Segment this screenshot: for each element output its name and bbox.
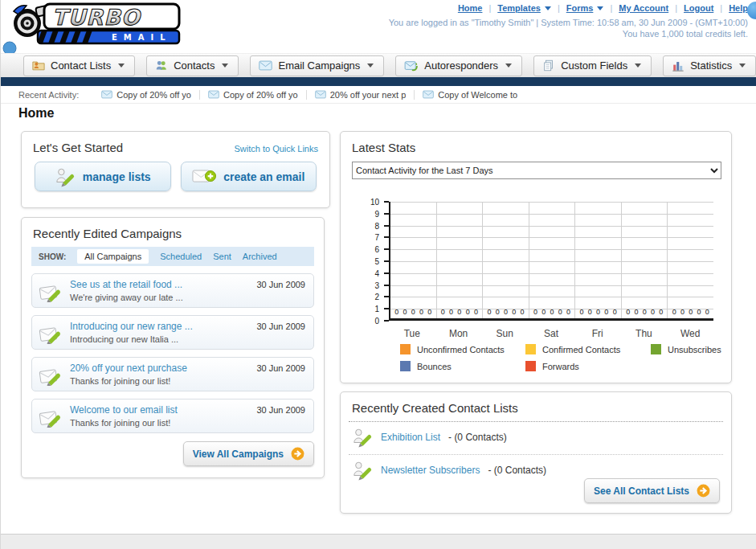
y-tick-label: 4 xyxy=(374,268,379,277)
nav-link-help[interactable]: Help xyxy=(729,3,748,13)
recent-activity-label: Recent Activity: xyxy=(18,90,79,100)
chevron-down-icon xyxy=(545,6,551,10)
activity-text: Copy of 20% off yo xyxy=(223,90,298,100)
x-tick-label: Wed xyxy=(667,328,713,339)
get-started-title: Let's Get Started xyxy=(33,141,123,154)
recent-activity-item[interactable]: 20% off your next p xyxy=(307,90,415,100)
switch-quick-links[interactable]: Switch to Quick Links xyxy=(234,144,318,154)
tab-label: Statistics xyxy=(690,59,732,72)
y-tick-label: 0 xyxy=(374,317,379,326)
gridline xyxy=(390,226,713,227)
view-all-campaigns-button[interactable]: View All Campaigns xyxy=(183,441,314,466)
stats-title: Latest Stats xyxy=(341,132,731,159)
nav-link-logout[interactable]: Logout xyxy=(684,3,713,13)
tab-label: Email Campaigns xyxy=(278,59,360,72)
tab-autoresponders[interactable]: Autoresponders xyxy=(395,55,522,76)
folder-contacts-icon xyxy=(32,59,45,72)
campaign-date: 30 Jun 2009 xyxy=(256,363,305,373)
tab-label: Custom Fields xyxy=(561,59,627,72)
contact-list-count: - (0 Contacts) xyxy=(488,465,546,476)
filter-scheduled[interactable]: Scheduled xyxy=(160,252,202,261)
see-all-contact-lists-button[interactable]: See All Contact Lists xyxy=(584,478,720,503)
campaign-subtitle: We're giving away our late ... xyxy=(70,293,183,302)
manage-lists-label: manage lists xyxy=(83,170,151,183)
recently-created-contact-lists-panel: Recently Created Contact Lists Exhibitio… xyxy=(340,391,732,514)
campaign-title-link[interactable]: Welcome to our email list xyxy=(70,404,178,416)
filter-all-campaigns[interactable]: All Campaigns xyxy=(77,249,149,264)
contact-list-link[interactable]: Newsletter Subscribers xyxy=(381,465,480,476)
legend-swatch xyxy=(651,344,661,354)
nav-link-my-account[interactable]: My Account xyxy=(619,3,668,13)
chart-y-axis: 109876543210 xyxy=(363,202,386,321)
campaign-date: 30 Jun 2009 xyxy=(256,405,305,415)
campaign-title-link[interactable]: Introducing our new range ... xyxy=(70,321,193,332)
envelope-add-icon xyxy=(192,167,216,186)
manage-lists-button[interactable]: manage lists xyxy=(35,162,171,191)
y-tick-mark xyxy=(384,296,389,297)
campaign-row[interactable]: See us at the retail food ... We're givi… xyxy=(31,273,314,308)
recent-activity-item[interactable]: Copy of Welcome to xyxy=(415,90,525,100)
tab-contact-lists[interactable]: Contact Lists xyxy=(23,55,135,76)
turbo-email-logo[interactable]: TURBO EMAIL xyxy=(6,2,184,47)
chart-group: 00000 xyxy=(529,202,576,318)
legend-item: Bounces xyxy=(400,361,525,371)
help-bubble-icon[interactable] xyxy=(747,2,756,19)
filter-sent[interactable]: Sent xyxy=(213,252,231,261)
contact-activity-chart: 109876543210 000000000000000000000000000… xyxy=(352,190,721,342)
users-icon xyxy=(155,59,168,72)
chart-groups: 00000000000000000000000000000000000 xyxy=(390,202,713,318)
campaigns-filter-bar: SHOW: All Campaigns Scheduled Sent Archi… xyxy=(31,247,314,266)
campaign-row[interactable]: 20% off your next purchase Thanks for jo… xyxy=(31,357,314,391)
tab-label: Contacts xyxy=(174,59,215,72)
nav-link-home[interactable]: Home xyxy=(458,3,483,13)
contact-list-count: - (0 Contacts) xyxy=(448,432,507,443)
nav-link-templates[interactable]: Templates xyxy=(497,3,541,13)
gridline xyxy=(390,202,713,203)
recent-activity-item[interactable]: Copy of 20% off yo xyxy=(200,90,307,100)
gridline xyxy=(390,309,713,309)
tab-label: Contact Lists xyxy=(51,59,111,72)
recent-activity-item[interactable]: Copy of 20% off yo xyxy=(93,90,200,100)
recent-activity-bar: Recent Activity: Copy of 20% off yo Copy… xyxy=(1,86,756,104)
y-tick-label: 1 xyxy=(374,305,379,313)
stats-report-select[interactable]: Contact Activity for the Last 7 Days xyxy=(352,162,721,179)
legend-swatch xyxy=(400,344,411,354)
y-tick-mark xyxy=(384,213,389,215)
chart-group: 00000 xyxy=(390,202,437,318)
tab-statistics[interactable]: Statistics xyxy=(663,55,756,76)
campaign-title-link[interactable]: See us at the retail food ... xyxy=(70,279,183,290)
y-tick-label: 10 xyxy=(370,198,379,207)
tab-contacts[interactable]: Contacts xyxy=(146,55,239,76)
campaign-row[interactable]: Welcome to our email list Thanks for joi… xyxy=(31,399,314,433)
legend-label: Unsubscribes xyxy=(668,345,721,354)
filter-archived[interactable]: Archived xyxy=(243,252,277,261)
tab-custom-fields[interactable]: Custom Fields xyxy=(533,55,652,76)
x-tick-label: Mon xyxy=(435,328,482,339)
x-tick-label: Sun xyxy=(481,328,528,339)
gridline xyxy=(390,237,713,238)
y-tick-label: 7 xyxy=(374,233,379,242)
create-email-button[interactable]: create an email xyxy=(181,162,317,191)
campaign-row[interactable]: Introducing our new range ... Introducin… xyxy=(31,315,314,350)
bar-chart-icon xyxy=(672,59,684,72)
envelope-pencil-icon xyxy=(39,280,63,302)
legend-label: Forwards xyxy=(542,362,579,371)
legend-label: Bounces xyxy=(417,362,452,371)
contact-list-item[interactable]: Exhibition List - (0 Contacts) xyxy=(341,422,731,453)
login-info: You are logged in as "Timothy Smith" | S… xyxy=(389,18,748,27)
envelope-reply-icon xyxy=(404,60,419,72)
campaign-subtitle: Thanks for joining our list! xyxy=(70,418,178,428)
contact-list-link[interactable]: Exhibition List xyxy=(381,432,440,443)
x-tick-label: Tue xyxy=(389,328,435,339)
campaign-title-link[interactable]: 20% off your next purchase xyxy=(70,363,187,374)
chart-group: 00000 xyxy=(668,202,713,318)
tab-email-campaigns[interactable]: Email Campaigns xyxy=(250,55,384,76)
y-tick-label: 6 xyxy=(374,245,379,254)
nav-link-forms[interactable]: Forms xyxy=(566,3,594,13)
legend-item: Confirmed Contacts xyxy=(525,344,651,354)
chevron-down-icon xyxy=(597,6,603,10)
envelope-pencil-icon xyxy=(39,405,63,428)
chart-x-axis: TueMonSunSatFriThuWed xyxy=(389,328,713,339)
legend-swatch xyxy=(525,361,536,371)
envelope-pencil-icon xyxy=(39,363,63,386)
